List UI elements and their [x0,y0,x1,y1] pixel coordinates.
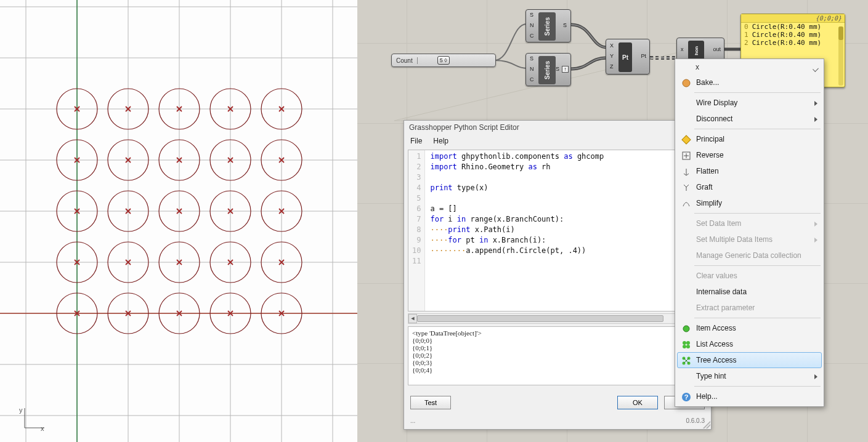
menu-item[interactable]: Flatten [677,163,822,179]
menu-item[interactable]: Disconnect [677,111,822,127]
menu-item-label: Set Multiple Data Items [696,235,773,244]
menu-item-label: List Access [696,340,733,348]
simplify-icon [681,198,692,209]
svg-point-52 [686,345,690,348]
menu-item-label: Graft [696,183,713,191]
node-label: hon [694,46,699,55]
svg-point-45 [683,79,690,87]
line-gutter: 1234567891011 [408,150,425,311]
menu-item-label: Extract parameter [696,303,755,312]
menu-item-label: Simplify [696,199,722,207]
axis-y-label: y [19,406,23,414]
help-icon: ? [681,392,692,403]
code-source[interactable]: import ghpythonlib.components as ghcomp … [425,150,609,311]
editor-title: Grasshopper Python Script Editor [404,121,711,134]
count-slider[interactable]: Count 5 ◊ [391,54,496,67]
series-node-bottom[interactable]: S N C Series S ↑ [525,53,571,86]
submenu-arrow-icon [814,117,817,122]
resize-handle[interactable] [703,421,710,428]
submenu-arrow-icon [814,374,817,379]
menu-item-label: Disconnect [696,115,732,123]
menu-item-label: Bake... [696,78,719,87]
menu-separator [694,386,821,387]
node-label: Series [544,17,551,36]
menu-item-label: Principal [696,135,724,143]
svg-point-49 [683,341,686,345]
node-label: Series [544,61,551,79]
menu-separator [694,92,821,93]
menu-item-label: Clear values [696,271,737,280]
context-input[interactable]: x [677,61,822,74]
code-area[interactable]: 1234567891011 import ghpythonlib.compone… [408,150,707,311]
series-node-top[interactable]: S N C Series S [525,9,571,42]
slider-knob[interactable]: 5 ◊ [437,56,450,65]
reverse-icon [681,150,692,161]
menu-item: Manage Generic Data collection [677,247,822,263]
panel-scrollbar[interactable] [838,26,843,86]
menu-item[interactable]: ? Help... [677,388,822,404]
node-label: Pt [622,54,628,61]
construct-point-node[interactable]: X Y Z Pt Pt [606,39,650,74]
panel-row: 0Circle(R:0.40 mm) [741,23,845,31]
dot-green-icon [681,323,692,334]
test-button[interactable]: Test [410,396,451,409]
menu-item[interactable]: Graft [677,179,822,195]
panel-row: 1Circle(R:0.40 mm) [741,31,845,39]
menu-item[interactable]: List Access [677,336,822,352]
tree-green-icon [681,355,692,366]
footer-version: 0.6.0.3 [686,417,705,424]
menu-separator [694,265,821,266]
menu-item[interactable]: Wire Display [677,95,822,111]
submenu-arrow-icon [814,238,817,243]
menu-help[interactable]: Help [433,137,448,145]
menu-item-label: Type hint [696,372,726,380]
rhino-viewport[interactable]: x y [0,0,357,442]
menu-item: Clear values [677,268,822,284]
python-script-editor[interactable]: Grasshopper Python Script Editor File He… [404,120,712,430]
flatten-icon [681,166,692,177]
menu-separator [694,318,821,318]
dots-green-icon [681,339,692,350]
graft-icon [681,182,692,193]
menu-item[interactable]: Internalise data [677,284,822,300]
menu-item[interactable]: Tree Access [677,352,822,368]
panel-header: {0;0;0} [741,14,845,23]
menu-item[interactable]: Bake... [677,74,822,90]
menu-item: Set Multiple Data Items [677,231,822,247]
footer-left: ... [410,417,415,424]
output-area[interactable]: <type 'DataTree[object]'> {0;0;0} {0;0;1… [408,326,707,385]
menu-item: Extract parameter [677,300,822,316]
menu-item-label: Tree Access [696,356,737,364]
bake-icon [681,78,692,89]
graft-icon: ↑ [562,66,569,73]
menu-item[interactable]: Simplify [677,195,822,211]
menu-item-label: Help... [696,392,718,401]
svg-text:?: ? [684,393,689,401]
menu-item[interactable]: Item Access [677,320,822,336]
menu-item[interactable]: Principal [677,131,822,147]
menu-item[interactable]: Type hint [677,368,822,384]
svg-rect-46 [682,135,691,144]
menu-separator [694,129,821,129]
panel-row: 2Circle(R:0.40 mm) [741,39,845,47]
menu-item-label: Flatten [696,167,719,175]
menu-item: Set Data Item [677,215,822,231]
menu-file[interactable]: File [410,137,422,145]
menu-item-label: Manage Generic Data collection [696,251,801,260]
horizontal-scrollbar[interactable]: ◄► [408,313,707,324]
menu-item-label: Wire Display [696,98,737,107]
svg-point-48 [683,326,689,332]
menu-item-label: Reverse [696,151,724,159]
submenu-arrow-icon [814,101,817,106]
menu-item-label: Item Access [696,324,736,332]
diamond-icon [681,134,692,145]
menu-item-label: Set Data Item [696,219,741,228]
menu-separator [694,213,821,214]
svg-point-50 [686,341,690,345]
slider-label: Count [392,57,418,64]
menu-item-label: Internalise data [696,287,747,296]
context-menu[interactable]: x Bake... Wire Display Disconnect Princi… [675,58,824,407]
axis-x-label: x [41,425,44,432]
ok-button[interactable]: OK [617,396,658,409]
menu-item[interactable]: Reverse [677,147,822,163]
